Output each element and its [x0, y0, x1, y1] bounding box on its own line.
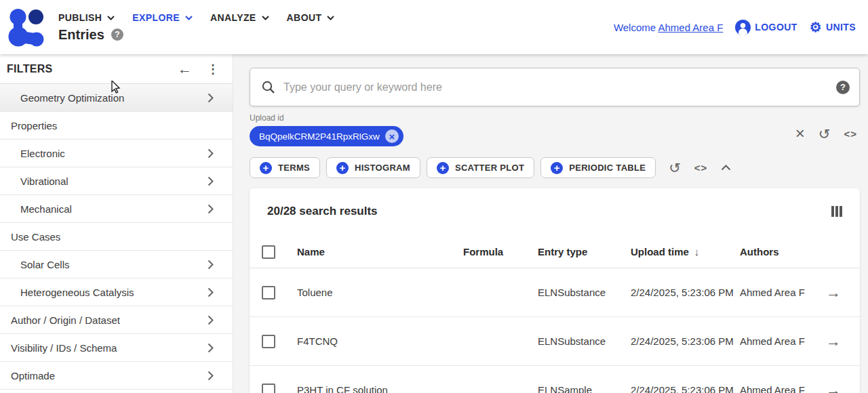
sidebar-item-label: Heterogeneous Catalysis [20, 287, 134, 298]
open-entry-arrow-icon[interactable]: → [826, 285, 841, 300]
chevron-right-icon [208, 260, 214, 270]
nav-explore[interactable]: EXPLORE [132, 12, 193, 23]
sidebar-item-mechanical[interactable]: Mechanical [0, 195, 233, 223]
refresh-icon[interactable]: ↺ [669, 161, 681, 175]
table-header-row: Name Formula Entry type Upload time↓ Aut… [250, 236, 860, 268]
cell-upload-time: 2/24/2025, 5:23:06 PM [631, 384, 740, 393]
cell-name: F4TCNQ [297, 335, 463, 347]
column-header-name[interactable]: Name [297, 246, 463, 257]
table-row[interactable]: Toluene ELNSubstance 2/24/2025, 5:23:06 … [250, 268, 860, 317]
chevron-right-icon [208, 93, 214, 103]
column-header-entry-type[interactable]: Entry type [538, 246, 631, 257]
chevron-right-icon [208, 176, 214, 186]
welcome-text: Welcome Ahmed Area F [614, 22, 723, 33]
sidebar-item-vibrational[interactable]: Vibrational [0, 167, 233, 195]
sidebar-item-label: Solar Cells [20, 259, 70, 270]
cell-name: P3HT in CF solution [297, 384, 463, 393]
clear-filter-icon[interactable]: × [795, 125, 805, 142]
results-count: 20/28 search results [267, 205, 378, 218]
gear-icon: ⚙ [810, 20, 822, 34]
table-row[interactable]: F4TCNQ ELNSubstance 2/24/2025, 5:23:06 P… [250, 317, 860, 366]
chevron-down-icon [327, 16, 334, 20]
filters-header: FILTERS ← ⋮ [0, 54, 233, 84]
filters-title: FILTERS [7, 63, 53, 75]
add-scatter-plot-button[interactable]: + SCATTER PLOT [427, 157, 534, 178]
app-bar: PUBLISH EXPLORE ANALYZE ABOUT Entries ? … [0, 0, 868, 54]
account-area: Welcome Ahmed Area F LOGOUT ⚙ UNITS [614, 0, 856, 54]
table-row[interactable]: P3HT in CF solution ELNSample 2/24/2025,… [250, 366, 860, 393]
column-header-authors[interactable]: Authors [740, 246, 826, 257]
nav-analyze-label: ANALYZE [210, 12, 256, 23]
column-header-upload-time[interactable]: Upload time↓ [631, 246, 740, 257]
user-name-link[interactable]: Ahmed Area F [658, 22, 723, 33]
widgets-actions: ↺ <> [669, 161, 731, 175]
logout-button[interactable]: LOGOUT [735, 20, 797, 35]
page-title: Entries [58, 27, 104, 43]
select-all-checkbox[interactable] [262, 245, 275, 259]
cell-authors: Ahmed Area F [740, 286, 826, 299]
code-icon[interactable]: <> [844, 129, 857, 139]
main-content: ? Upload id BqQpelkCRM2P41RpxRlGxw × × ↺… [233, 54, 868, 393]
add-histogram-button[interactable]: + HISTOGRAM [326, 157, 420, 178]
row-checkbox[interactable] [262, 286, 275, 299]
cell-entry-type: ELNSample [538, 384, 631, 393]
open-entry-arrow-icon[interactable]: → [826, 383, 841, 393]
cell-entry-type: ELNSubstance [538, 287, 631, 298]
chevron-right-icon [208, 315, 214, 325]
chip-delete-icon[interactable]: × [385, 129, 399, 143]
sidebar-item-author-origin-dataset[interactable]: Author / Origin / Dataset [0, 306, 233, 334]
sidebar-item-label: Use Cases [11, 231, 60, 243]
nav-publish[interactable]: PUBLISH [58, 12, 115, 23]
sidebar-item-optimade[interactable]: Optimade [0, 362, 233, 390]
main-nav: PUBLISH EXPLORE ANALYZE ABOUT [58, 12, 334, 23]
nav-about[interactable]: ABOUT [287, 12, 335, 23]
refresh-icon[interactable]: ↺ [818, 127, 831, 141]
add-periodic-table-button[interactable]: + PERIODIC TABLE [540, 157, 656, 178]
sidebar-item-visibility-ids-schema[interactable]: Visibility / IDs / Schema [0, 334, 233, 362]
chevron-right-icon [208, 204, 214, 214]
nav-explore-label: EXPLORE [132, 12, 180, 23]
cell-upload-time: 2/24/2025, 5:23:06 PM [631, 335, 740, 348]
units-button[interactable]: ⚙ UNITS [810, 20, 856, 34]
search-help-icon[interactable]: ? [836, 81, 850, 94]
cell-authors: Ahmed Area F [740, 335, 826, 348]
code-icon[interactable]: <> [694, 163, 708, 173]
periodic-table-button-label: PERIODIC TABLE [569, 163, 646, 173]
title-row: Entries ? [58, 27, 334, 43]
column-header-formula[interactable]: Formula [463, 246, 538, 257]
sidebar-item-electronic[interactable]: Electronic [0, 140, 233, 167]
columns-settings-icon[interactable] [831, 206, 842, 217]
sidebar-item-label: Optimade [11, 370, 55, 381]
sidebar-item-label: Mechanical [20, 203, 72, 215]
collapse-sidebar-icon[interactable]: ← [178, 61, 192, 77]
row-checkbox[interactable] [262, 335, 275, 348]
upload-id-chip[interactable]: BqQpelkCRM2P41RpxRlGxw × [250, 126, 403, 146]
nav-title-column: PUBLISH EXPLORE ANALYZE ABOUT Entries ? [58, 0, 334, 54]
add-terms-button[interactable]: + TERMS [250, 157, 320, 178]
filters-sidebar: FILTERS ← ⋮ Geometry Optimization Proper… [0, 54, 233, 393]
sidebar-item-label: Electronic [20, 148, 65, 159]
search-input[interactable] [283, 81, 836, 94]
sidebar-item-use-cases[interactable]: Use Cases [0, 223, 233, 251]
row-checkbox[interactable] [262, 384, 275, 393]
terms-button-label: TERMS [278, 163, 310, 173]
page-help-icon[interactable]: ? [111, 28, 123, 41]
open-entry-arrow-icon[interactable]: → [826, 334, 841, 349]
sidebar-item-geometry-optimization[interactable]: Geometry Optimization [0, 84, 233, 112]
sidebar-item-properties[interactable]: Properties [0, 112, 233, 140]
chevron-right-icon [208, 343, 214, 353]
results-card: 20/28 search results Name Formula Entry … [250, 188, 860, 393]
widgets-toolbar: + TERMS + HISTOGRAM + SCATTER PLOT + PER… [250, 157, 860, 178]
upload-time-label: Upload time [631, 246, 689, 257]
sidebar-item-solar-cells[interactable]: Solar Cells [0, 251, 233, 278]
histogram-button-label: HISTOGRAM [355, 163, 410, 173]
filter-group-actions: × ↺ <> [795, 125, 857, 142]
chevron-right-icon [208, 148, 214, 159]
cell-entry-type: ELNSubstance [538, 335, 631, 347]
sidebar-item-heterogeneous-catalysis[interactable]: Heterogeneous Catalysis [0, 278, 233, 306]
collapse-icon[interactable] [721, 165, 731, 171]
nav-analyze[interactable]: ANALYZE [210, 12, 269, 23]
nomad-logo-icon[interactable] [8, 8, 45, 47]
plus-circle-icon: + [260, 162, 272, 174]
kebab-menu-icon[interactable]: ⋮ [207, 62, 219, 77]
